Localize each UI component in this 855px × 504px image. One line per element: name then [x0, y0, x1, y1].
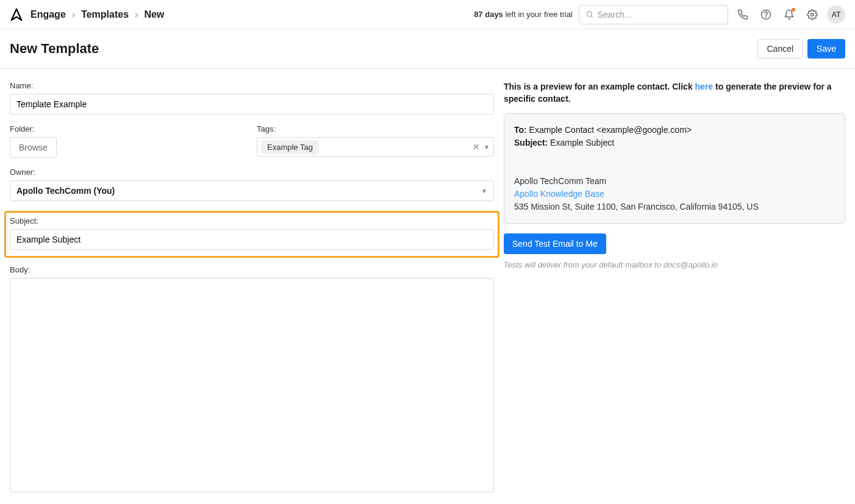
- subject-label: Subject:: [10, 216, 494, 225]
- content: Name: Folder: Browse Tags: Example Tag ✕…: [0, 69, 855, 504]
- notification-dot: [792, 8, 795, 12]
- svg-point-3: [766, 16, 767, 17]
- phone-icon[interactable]: [734, 6, 751, 23]
- browse-button[interactable]: Browse: [10, 137, 57, 158]
- notifications-icon[interactable]: [781, 6, 798, 23]
- search-icon: [585, 10, 594, 19]
- name-group: Name:: [10, 81, 494, 115]
- breadcrumb: Engage › Templates › New: [30, 9, 164, 20]
- tag-chip[interactable]: Example Tag: [261, 140, 319, 154]
- preview-panel: This is a preview for an example contact…: [504, 81, 845, 504]
- trial-days: 87 days: [474, 10, 503, 19]
- body-label: Body:: [10, 265, 494, 274]
- topbar-left: Engage › Templates › New: [10, 8, 164, 21]
- clear-tags-icon[interactable]: ✕: [473, 142, 480, 152]
- app-logo[interactable]: [10, 8, 23, 21]
- subject-group: Subject:: [10, 216, 494, 250]
- tags-actions: ✕ ▼: [473, 142, 490, 152]
- owner-value: Apollo TechComm (You): [16, 186, 115, 196]
- tags-input[interactable]: Example Tag ✕ ▼: [257, 137, 494, 157]
- body-group: Body:: [10, 265, 494, 494]
- chevron-right-icon: ›: [72, 9, 75, 20]
- test-note: Tests will deliver from your default mai…: [504, 260, 845, 269]
- chevron-right-icon: ›: [135, 9, 138, 20]
- save-button[interactable]: Save: [807, 39, 845, 59]
- breadcrumb-templates[interactable]: Templates: [81, 9, 129, 20]
- owner-select[interactable]: Apollo TechComm (You) ▼: [10, 180, 494, 201]
- svg-point-4: [811, 13, 814, 16]
- topbar: Engage › Templates › New 87 days left in…: [0, 0, 855, 29]
- settings-icon[interactable]: [804, 6, 821, 23]
- user-avatar[interactable]: AT: [827, 5, 845, 24]
- tags-label: Tags:: [257, 124, 494, 133]
- preview-address: 535 Mission St, Suite 1100, San Francisc…: [514, 201, 835, 213]
- preview-subject-value: Example Subject: [548, 138, 614, 147]
- preview-subject-label: Subject:: [514, 138, 548, 147]
- header-buttons: Cancel Save: [757, 39, 845, 59]
- preview-subject-row: Subject: Example Subject: [514, 137, 835, 149]
- breadcrumb-new: New: [144, 9, 164, 20]
- body-editor[interactable]: [10, 278, 494, 492]
- owner-label: Owner:: [10, 168, 494, 177]
- page-title: New Template: [10, 41, 99, 57]
- topbar-right: 87 days left in your free trial: [474, 5, 845, 24]
- name-label: Name:: [10, 81, 494, 90]
- preview-team-line: Apollo TechComm Team: [514, 175, 835, 188]
- here-link[interactable]: here: [695, 82, 714, 91]
- global-search[interactable]: [579, 5, 728, 24]
- subject-input[interactable]: [10, 229, 494, 250]
- name-input[interactable]: [10, 94, 494, 115]
- folder-group: Folder: Browse: [10, 124, 247, 158]
- help-icon[interactable]: [757, 6, 775, 23]
- folder-label: Folder:: [10, 124, 247, 133]
- form-panel: Name: Folder: Browse Tags: Example Tag ✕…: [10, 81, 494, 504]
- trial-indicator: 87 days left in your free trial: [474, 10, 573, 19]
- tags-group: Tags: Example Tag ✕ ▼: [257, 124, 494, 158]
- owner-group: Owner: Apollo TechComm (You) ▼: [10, 168, 494, 201]
- breadcrumb-engage[interactable]: Engage: [30, 9, 66, 20]
- page-header: New Template Cancel Save: [0, 29, 855, 69]
- svg-line-1: [591, 16, 593, 18]
- preview-intro-prefix: This is a preview for an example contact…: [504, 82, 695, 91]
- preview-box: To: Example Contact <example@google.com>…: [504, 113, 845, 224]
- cancel-button[interactable]: Cancel: [757, 39, 803, 59]
- search-input[interactable]: [598, 10, 721, 20]
- preview-to-label: To:: [514, 125, 527, 135]
- folder-tags-row: Folder: Browse Tags: Example Tag ✕ ▼: [10, 124, 494, 168]
- send-test-button[interactable]: Send Test Email to Me: [504, 233, 606, 254]
- preview-intro: This is a preview for an example contact…: [504, 81, 845, 105]
- chevron-down-icon[interactable]: ▼: [484, 144, 490, 151]
- svg-point-0: [587, 12, 592, 16]
- chevron-down-icon: ▼: [481, 188, 487, 194]
- trial-suffix: left in your free trial: [503, 10, 573, 19]
- preview-kb-link[interactable]: Apollo Knowledge Base: [514, 189, 604, 199]
- preview-to-row: To: Example Contact <example@google.com>: [514, 124, 835, 137]
- subject-highlight: Subject:: [4, 211, 499, 258]
- preview-to-value: Example Contact <example@google.com>: [527, 125, 692, 135]
